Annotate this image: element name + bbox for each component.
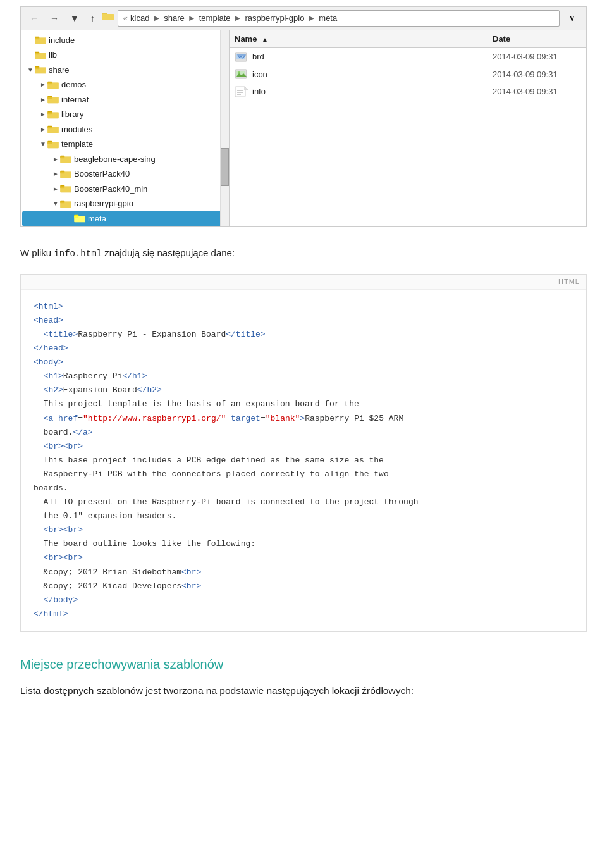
tree-scrollbar[interactable]	[220, 30, 229, 226]
tree-scrollbar-thumb[interactable]	[221, 148, 229, 186]
col-name-header[interactable]: Name ▲	[235, 33, 493, 46]
path-arrow-4: ►	[307, 12, 316, 25]
file-row-info[interactable]: info 2014-03-09 09:31	[230, 83, 586, 101]
tree-item-demos[interactable]: ► demos	[21, 77, 229, 92]
svg-rect-8	[35, 53, 46, 59]
col-name-sort-arrow: ▲	[262, 36, 268, 43]
dropdown-button[interactable]: ▼	[66, 11, 83, 25]
tree-item-beaglebone[interactable]: ► beaglebone-cape-sing	[21, 152, 229, 167]
toggle-boosterpack40min[interactable]: ►	[51, 184, 60, 194]
col-date-header[interactable]: Date	[493, 33, 581, 46]
tree-label-library: library	[61, 108, 83, 121]
toggle-share[interactable]: ▼	[26, 65, 35, 75]
folder-icon-demos	[47, 80, 59, 89]
forward-button[interactable]: →	[46, 11, 63, 25]
tree-label-boosterpack40min: BoosterPack40_min	[74, 183, 147, 195]
folder-icon-internat	[47, 95, 59, 104]
toggle-template[interactable]: ▼	[39, 139, 47, 149]
file-date-info: 2014-03-09 09:31	[493, 85, 581, 98]
tree-item-include[interactable]: include	[21, 33, 229, 48]
tree-label-internat: internat	[61, 94, 89, 106]
tree-item-internat[interactable]: ► internat	[21, 92, 229, 108]
path-meta[interactable]: meta	[319, 12, 337, 25]
toggle-internat[interactable]: ►	[39, 95, 47, 104]
description-paragraph: W pliku info.html znajdują się następują…	[20, 245, 587, 262]
tree-item-template[interactable]: ▼ template	[21, 137, 229, 152]
tree-item-raspberrypi-gpio[interactable]: ▼ raspberrypi-gpio	[21, 196, 229, 211]
file-manager: ← → ▼ ↑ « kicad ► share ► template ► ras…	[20, 6, 587, 227]
path-arrow-3: ►	[234, 12, 242, 25]
svg-rect-23	[47, 127, 59, 133]
file-name-icon: icon	[252, 68, 493, 81]
svg-rect-5	[35, 38, 46, 44]
svg-rect-32	[60, 171, 71, 178]
folder-icon-raspberrypi-gpio	[60, 199, 71, 208]
svg-rect-38	[60, 201, 71, 208]
section-heading: Miejsce przechowywania szablonów	[20, 655, 587, 674]
svg-rect-26	[47, 142, 59, 148]
folder-icon-beaglebone	[60, 154, 71, 163]
up-button[interactable]: ↑	[87, 11, 99, 25]
description-code: info.html	[54, 249, 102, 259]
toggle-library[interactable]: ►	[39, 109, 47, 119]
file-name-brd: brd	[252, 51, 493, 63]
svg-rect-20	[47, 112, 59, 118]
file-manager-body: include lib ▼ share ►	[21, 30, 586, 226]
tree-item-lib[interactable]: lib	[21, 47, 229, 63]
path-raspberrypi-gpio[interactable]: raspberrypi-gpio	[245, 12, 304, 25]
tree-label-share: share	[49, 64, 70, 77]
file-icon-info	[235, 86, 248, 97]
tree-label-boosterpack40: BoosterPack40	[74, 168, 130, 180]
toggle-include[interactable]	[26, 35, 35, 46]
svg-rect-17	[47, 97, 59, 104]
path-arrow-2: ►	[188, 12, 196, 25]
path-kicad[interactable]: kicad	[130, 12, 149, 25]
tree-item-boosterpack40min[interactable]: ► BoosterPack40_min	[21, 182, 229, 197]
tree-item-boosterpack40[interactable]: ► BoosterPack40	[21, 166, 229, 182]
path-template[interactable]: template	[199, 12, 231, 25]
toggle-raspberrypi-gpio[interactable]: ▼	[51, 199, 60, 208]
path-dropdown-button[interactable]: ∨	[563, 11, 581, 25]
path-arrow-1: ►	[152, 12, 161, 25]
file-icon-brd	[235, 51, 248, 63]
folder-icon-share	[35, 65, 46, 74]
toggle-modules[interactable]: ►	[39, 125, 47, 134]
tree-item-library[interactable]: ► library	[21, 107, 229, 122]
tree-item-modules[interactable]: ► modules	[21, 122, 229, 137]
path-folder-icon	[102, 12, 114, 25]
tree-item-stm32f100[interactable]: ► stm32f100-discovery-s	[21, 226, 229, 226]
svg-rect-29	[60, 157, 71, 163]
tree-label-meta: meta	[88, 213, 106, 225]
svg-rect-52	[235, 87, 245, 97]
toggle-beaglebone[interactable]: ►	[51, 154, 60, 164]
svg-rect-2	[102, 14, 114, 20]
toggle-demos[interactable]: ►	[39, 80, 47, 89]
code-block-body: <html> <head> <title>Raspberry Pi - Expa…	[21, 290, 586, 631]
back-button[interactable]: ←	[26, 11, 42, 25]
description-text1: W pliku	[20, 247, 54, 258]
file-row-brd[interactable]: brd 2014-03-09 09:31	[230, 48, 586, 66]
code-language-label: HTML	[558, 276, 580, 287]
toggle-lib[interactable]	[26, 50, 35, 61]
toolbar: ← → ▼ ↑ « kicad ► share ► template ► ras…	[21, 7, 586, 30]
tree-label-include: include	[49, 34, 75, 47]
file-date-icon: 2014-03-09 09:31	[493, 68, 581, 81]
path-sep-1: «	[123, 12, 128, 25]
svg-rect-14	[47, 82, 59, 89]
tree-label-modules: modules	[61, 123, 92, 136]
tree-label-lib: lib	[49, 49, 57, 61]
file-icon-icon	[235, 68, 248, 80]
folder-tree: include lib ▼ share ►	[21, 30, 230, 226]
tree-item-meta[interactable]: meta	[22, 211, 228, 226]
col-name-label: Name	[235, 34, 257, 44]
folder-icon-template	[47, 140, 59, 149]
code-block: HTML <html> <head> <title>Raspberry Pi -…	[20, 274, 587, 632]
path-share[interactable]: share	[164, 12, 185, 25]
tree-item-share[interactable]: ▼ share	[21, 63, 229, 78]
svg-rect-41	[74, 216, 85, 223]
path-bar[interactable]: « kicad ► share ► template ► raspberrypi…	[118, 10, 560, 27]
file-row-icon[interactable]: icon 2014-03-09 09:31	[230, 66, 586, 84]
toggle-boosterpack40[interactable]: ►	[51, 169, 60, 178]
toggle-meta[interactable]	[65, 213, 74, 224]
file-name-info: info	[252, 85, 493, 98]
